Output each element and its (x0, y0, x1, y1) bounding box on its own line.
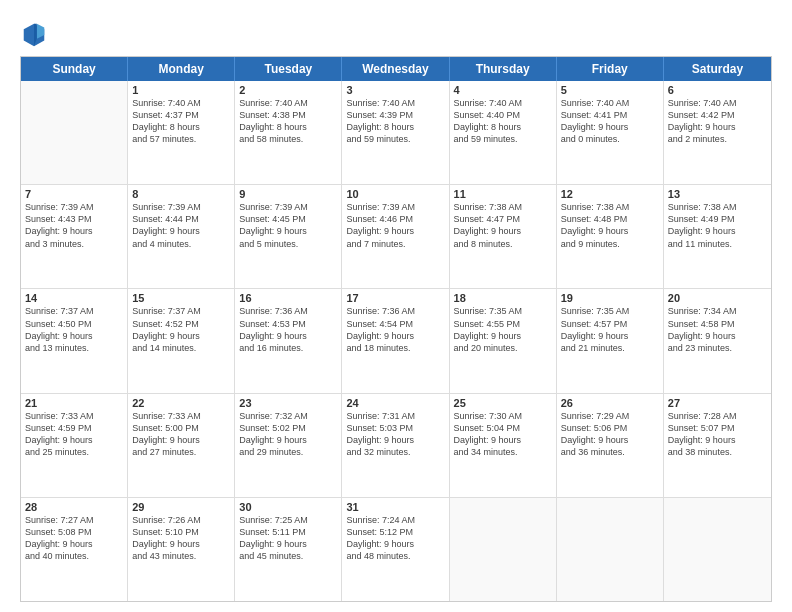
calendar-cell: 1Sunrise: 7:40 AM Sunset: 4:37 PM Daylig… (128, 81, 235, 184)
day-number: 21 (25, 397, 123, 409)
day-number: 25 (454, 397, 552, 409)
calendar-day-header: Sunday (21, 57, 128, 81)
calendar-day-header: Thursday (450, 57, 557, 81)
page: SundayMondayTuesdayWednesdayThursdayFrid… (0, 0, 792, 612)
calendar-cell: 13Sunrise: 7:38 AM Sunset: 4:49 PM Dayli… (664, 185, 771, 288)
day-number: 24 (346, 397, 444, 409)
calendar-cell: 10Sunrise: 7:39 AM Sunset: 4:46 PM Dayli… (342, 185, 449, 288)
calendar-week-row: 7Sunrise: 7:39 AM Sunset: 4:43 PM Daylig… (21, 185, 771, 289)
day-number: 22 (132, 397, 230, 409)
day-number: 6 (668, 84, 767, 96)
calendar-cell: 24Sunrise: 7:31 AM Sunset: 5:03 PM Dayli… (342, 394, 449, 497)
day-info: Sunrise: 7:36 AM Sunset: 4:53 PM Dayligh… (239, 305, 337, 354)
day-info: Sunrise: 7:39 AM Sunset: 4:43 PM Dayligh… (25, 201, 123, 250)
calendar-cell: 26Sunrise: 7:29 AM Sunset: 5:06 PM Dayli… (557, 394, 664, 497)
day-info: Sunrise: 7:38 AM Sunset: 4:48 PM Dayligh… (561, 201, 659, 250)
day-number: 14 (25, 292, 123, 304)
day-info: Sunrise: 7:36 AM Sunset: 4:54 PM Dayligh… (346, 305, 444, 354)
calendar-cell: 9Sunrise: 7:39 AM Sunset: 4:45 PM Daylig… (235, 185, 342, 288)
day-number: 29 (132, 501, 230, 513)
calendar-cell: 6Sunrise: 7:40 AM Sunset: 4:42 PM Daylig… (664, 81, 771, 184)
calendar-cell: 8Sunrise: 7:39 AM Sunset: 4:44 PM Daylig… (128, 185, 235, 288)
calendar-cell: 30Sunrise: 7:25 AM Sunset: 5:11 PM Dayli… (235, 498, 342, 601)
day-number: 30 (239, 501, 337, 513)
day-info: Sunrise: 7:40 AM Sunset: 4:41 PM Dayligh… (561, 97, 659, 146)
day-number: 17 (346, 292, 444, 304)
calendar-cell: 23Sunrise: 7:32 AM Sunset: 5:02 PM Dayli… (235, 394, 342, 497)
day-number: 7 (25, 188, 123, 200)
day-info: Sunrise: 7:39 AM Sunset: 4:44 PM Dayligh… (132, 201, 230, 250)
calendar-cell: 14Sunrise: 7:37 AM Sunset: 4:50 PM Dayli… (21, 289, 128, 392)
day-info: Sunrise: 7:33 AM Sunset: 5:00 PM Dayligh… (132, 410, 230, 459)
day-info: Sunrise: 7:40 AM Sunset: 4:40 PM Dayligh… (454, 97, 552, 146)
day-info: Sunrise: 7:40 AM Sunset: 4:39 PM Dayligh… (346, 97, 444, 146)
day-info: Sunrise: 7:35 AM Sunset: 4:57 PM Dayligh… (561, 305, 659, 354)
day-info: Sunrise: 7:30 AM Sunset: 5:04 PM Dayligh… (454, 410, 552, 459)
day-info: Sunrise: 7:34 AM Sunset: 4:58 PM Dayligh… (668, 305, 767, 354)
calendar-body: 1Sunrise: 7:40 AM Sunset: 4:37 PM Daylig… (21, 81, 771, 601)
day-number: 26 (561, 397, 659, 409)
calendar-cell: 22Sunrise: 7:33 AM Sunset: 5:00 PM Dayli… (128, 394, 235, 497)
calendar-cell: 19Sunrise: 7:35 AM Sunset: 4:57 PM Dayli… (557, 289, 664, 392)
calendar-cell: 20Sunrise: 7:34 AM Sunset: 4:58 PM Dayli… (664, 289, 771, 392)
day-number: 9 (239, 188, 337, 200)
day-info: Sunrise: 7:39 AM Sunset: 4:46 PM Dayligh… (346, 201, 444, 250)
day-number: 31 (346, 501, 444, 513)
day-number: 10 (346, 188, 444, 200)
day-info: Sunrise: 7:37 AM Sunset: 4:50 PM Dayligh… (25, 305, 123, 354)
day-number: 12 (561, 188, 659, 200)
day-info: Sunrise: 7:33 AM Sunset: 4:59 PM Dayligh… (25, 410, 123, 459)
day-info: Sunrise: 7:26 AM Sunset: 5:10 PM Dayligh… (132, 514, 230, 563)
day-info: Sunrise: 7:29 AM Sunset: 5:06 PM Dayligh… (561, 410, 659, 459)
calendar-cell (664, 498, 771, 601)
day-number: 3 (346, 84, 444, 96)
day-number: 11 (454, 188, 552, 200)
calendar-week-row: 14Sunrise: 7:37 AM Sunset: 4:50 PM Dayli… (21, 289, 771, 393)
calendar-day-header: Saturday (664, 57, 771, 81)
calendar-cell: 25Sunrise: 7:30 AM Sunset: 5:04 PM Dayli… (450, 394, 557, 497)
day-number: 4 (454, 84, 552, 96)
logo-icon (20, 20, 48, 48)
calendar-cell: 7Sunrise: 7:39 AM Sunset: 4:43 PM Daylig… (21, 185, 128, 288)
day-info: Sunrise: 7:38 AM Sunset: 4:47 PM Dayligh… (454, 201, 552, 250)
calendar-day-header: Tuesday (235, 57, 342, 81)
calendar-cell: 16Sunrise: 7:36 AM Sunset: 4:53 PM Dayli… (235, 289, 342, 392)
calendar-cell: 2Sunrise: 7:40 AM Sunset: 4:38 PM Daylig… (235, 81, 342, 184)
header (20, 16, 772, 48)
calendar-week-row: 21Sunrise: 7:33 AM Sunset: 4:59 PM Dayli… (21, 394, 771, 498)
day-number: 16 (239, 292, 337, 304)
calendar-day-header: Wednesday (342, 57, 449, 81)
calendar-cell: 4Sunrise: 7:40 AM Sunset: 4:40 PM Daylig… (450, 81, 557, 184)
calendar-cell (21, 81, 128, 184)
day-info: Sunrise: 7:40 AM Sunset: 4:37 PM Dayligh… (132, 97, 230, 146)
calendar-cell (557, 498, 664, 601)
calendar-week-row: 1Sunrise: 7:40 AM Sunset: 4:37 PM Daylig… (21, 81, 771, 185)
day-number: 28 (25, 501, 123, 513)
calendar-day-header: Monday (128, 57, 235, 81)
day-info: Sunrise: 7:32 AM Sunset: 5:02 PM Dayligh… (239, 410, 337, 459)
day-number: 13 (668, 188, 767, 200)
calendar-cell: 28Sunrise: 7:27 AM Sunset: 5:08 PM Dayli… (21, 498, 128, 601)
day-info: Sunrise: 7:39 AM Sunset: 4:45 PM Dayligh… (239, 201, 337, 250)
calendar: SundayMondayTuesdayWednesdayThursdayFrid… (20, 56, 772, 602)
day-number: 18 (454, 292, 552, 304)
calendar-cell: 5Sunrise: 7:40 AM Sunset: 4:41 PM Daylig… (557, 81, 664, 184)
day-info: Sunrise: 7:31 AM Sunset: 5:03 PM Dayligh… (346, 410, 444, 459)
calendar-cell: 27Sunrise: 7:28 AM Sunset: 5:07 PM Dayli… (664, 394, 771, 497)
calendar-cell: 3Sunrise: 7:40 AM Sunset: 4:39 PM Daylig… (342, 81, 449, 184)
day-number: 19 (561, 292, 659, 304)
calendar-cell: 12Sunrise: 7:38 AM Sunset: 4:48 PM Dayli… (557, 185, 664, 288)
day-number: 15 (132, 292, 230, 304)
day-number: 23 (239, 397, 337, 409)
day-info: Sunrise: 7:38 AM Sunset: 4:49 PM Dayligh… (668, 201, 767, 250)
logo (20, 20, 52, 48)
day-info: Sunrise: 7:37 AM Sunset: 4:52 PM Dayligh… (132, 305, 230, 354)
day-number: 2 (239, 84, 337, 96)
day-info: Sunrise: 7:25 AM Sunset: 5:11 PM Dayligh… (239, 514, 337, 563)
day-number: 27 (668, 397, 767, 409)
calendar-cell: 18Sunrise: 7:35 AM Sunset: 4:55 PM Dayli… (450, 289, 557, 392)
calendar-cell: 11Sunrise: 7:38 AM Sunset: 4:47 PM Dayli… (450, 185, 557, 288)
day-info: Sunrise: 7:35 AM Sunset: 4:55 PM Dayligh… (454, 305, 552, 354)
calendar-week-row: 28Sunrise: 7:27 AM Sunset: 5:08 PM Dayli… (21, 498, 771, 601)
day-info: Sunrise: 7:24 AM Sunset: 5:12 PM Dayligh… (346, 514, 444, 563)
